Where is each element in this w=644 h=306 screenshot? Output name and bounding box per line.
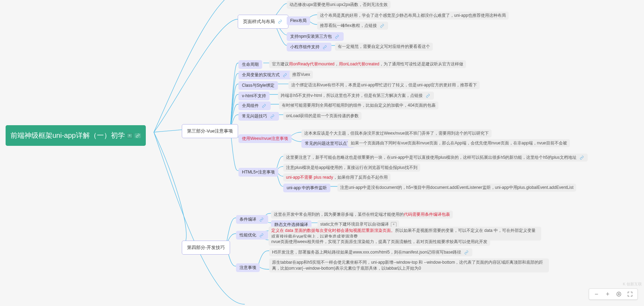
leaf-flex1[interactable]: 这个布局是真的好用，学会了这个感觉至少静态布局上都没什么难度了，uni-app也…: [317, 12, 509, 20]
branch-dev-tips[interactable]: 第四部分-开发技巧: [182, 241, 230, 255]
note-icon: ≡: [127, 133, 133, 138]
link-icon: [269, 114, 276, 119]
root-node[interactable]: 前端神级框架uni-app详解（一）初学 ≡: [6, 125, 146, 146]
label: 页面样式与布局: [243, 19, 275, 25]
leaf-perf2[interactable]: nvue页面使用weex相关组件，实现了页面原生渲染能力，提高了页面流畅性，若对…: [269, 238, 490, 246]
link-icon: [258, 233, 265, 238]
topic-h5plus-event[interactable]: uni-app 中的事件监听: [283, 184, 330, 192]
svg-point-1: [617, 292, 621, 296]
leaf-lifecycle[interactable]: 官方建议用onReady代替mounted，用onLoad代替created，为…: [269, 60, 466, 68]
leaf-h5plus2[interactable]: 注意plus模块是给app端使用的，直接运行在浏览器可能会报plus找不到: [283, 164, 420, 172]
topic-miniprog[interactable]: 小程序组件支持: [287, 43, 331, 51]
leaf-classstyle[interactable]: 这个绑定语法和vue有些不同，本质是uni-app帮忙进行了转义，但是uni-a…: [288, 81, 480, 89]
topic-common[interactable]: 常见问题技巧: [238, 112, 279, 121]
watermark: K 创新互联: [623, 282, 642, 287]
link-icon: [379, 23, 385, 28]
link-icon: [135, 133, 141, 138]
leaf-h5plus3[interactable]: uni-app不需要 plus ready，如果你用了反而会不起作用: [283, 173, 391, 182]
topic-npm[interactable]: 支持npm安装第三方包: [287, 32, 344, 41]
zoom-toolbar: − +: [589, 289, 638, 300]
link-icon: [425, 93, 431, 98]
leaf-cond1[interactable]: 这里在开发中常会用到的，因为要兼容多端，某些在特定端才能使用的代码需要用条件编译…: [271, 211, 453, 219]
link-icon: [334, 34, 340, 39]
topic-flex[interactable]: Flex布局: [287, 16, 310, 25]
link-icon: [282, 73, 288, 78]
leaf-globalcomp[interactable]: 有时候可能需要用到全局都可能用到的组件，比如自定义的加载中，404页面的包裹: [279, 101, 438, 109]
topic-classstyle[interactable]: Class与Style绑定: [238, 81, 278, 90]
link-icon: [258, 217, 265, 222]
zoom-in-button[interactable]: +: [604, 290, 611, 298]
link-icon: [277, 19, 283, 24]
root-title: 前端神级框架uni-app详解（一）初学: [10, 131, 125, 140]
topic-lifecycle[interactable]: 生命周期: [238, 60, 262, 69]
leaf-vuex[interactable]: 推荐Vuex: [289, 71, 313, 79]
leaf-notes1[interactable]: H5开发注意，部署服务器上网站路径如果是www.xxx.com/html5，则在…: [269, 248, 472, 256]
fit-button[interactable]: [615, 290, 623, 298]
branch-page-style[interactable]: 页面样式与布局: [238, 15, 288, 29]
fullscreen-button[interactable]: [626, 290, 634, 298]
link-icon: [463, 250, 470, 255]
topic-h5plus[interactable]: HTML5+注意事项: [238, 168, 278, 177]
leaf-miniprog-note[interactable]: 有一定规范，需要自定义写对应组件的要看看这个: [335, 43, 433, 51]
leaf-flex2[interactable]: 推荐看阮一峰flex教程，点链接: [317, 22, 388, 30]
note-icon: ≡: [391, 222, 396, 227]
leaf-weex2[interactable]: 如果一个页面路由下同时有vue页面和nvue页面，那么在App端，会优先使用nv…: [348, 139, 570, 147]
topic-globalcomp[interactable]: 全局组件: [238, 101, 271, 110]
leaf-h5plus-event[interactable]: 注意uni-app中是没有document的，h5+项目中用document.a…: [337, 184, 576, 192]
leaf-h5plus1[interactable]: 这里要注意了，新手可能会忽略这也是很重要的一块，在uni-app中是可以直接使用…: [283, 154, 588, 162]
leaf-upx[interactable]: 动态修改upx需要使用uni.upx2px函数，否则无法生效: [287, 1, 391, 9]
zoom-out-button[interactable]: −: [593, 290, 600, 298]
topic-cond[interactable]: 条件编译: [236, 215, 268, 224]
svg-point-0: [618, 293, 620, 295]
link-icon: [579, 155, 585, 160]
link-icon: [261, 104, 267, 108]
topic-weex-common[interactable]: 常见的问题这里可以点下: [301, 139, 355, 148]
branch-vue-notes[interactable]: 第三部分-Vue注意事项: [182, 124, 238, 138]
leaf-vhtml[interactable]: 跨端非h5不支持v-html，所以这里也不支持，但是有第三方解决方案，点链接: [278, 92, 434, 100]
topic-vhtml[interactable]: v-html不支持: [238, 92, 270, 100]
leaf-notes2[interactable]: 原生tabbar在app和h5实现不一样会使元素坐标不同，uni-app新增--…: [269, 258, 549, 272]
leaf-common[interactable]: onLoad获得的是前一个页面传递的参数: [283, 112, 362, 120]
topic-perf[interactable]: 性能优化: [236, 231, 268, 240]
link-icon: [322, 45, 328, 50]
leaf-weex1[interactable]: 这本来应该是个大主题，但我本身没开发过Weex/nvue就不班门弄斧了，需要用到…: [301, 129, 492, 137]
topic-globalvar[interactable]: 全局变量的实现方式: [238, 71, 292, 79]
topic-notes[interactable]: 注意事项: [236, 263, 260, 272]
topic-weex[interactable]: 使用Weex/nvue注意事项: [238, 134, 292, 143]
